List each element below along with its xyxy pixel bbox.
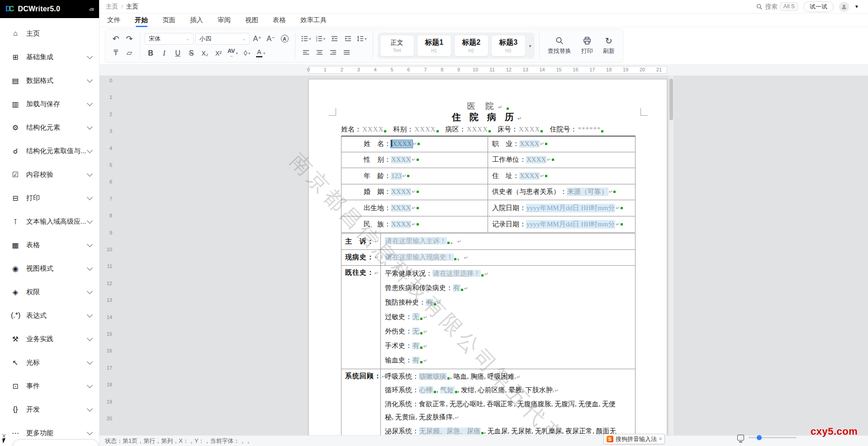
sidebar-item-7[interactable]: ☑内容校验 [0,163,99,186]
input-field[interactable]: 有 [412,342,420,349]
info-cell-left[interactable]: 民 族：XXXX↵ [342,216,488,233]
avatar[interactable] [839,2,849,12]
superscript-button[interactable]: X² [213,48,224,59]
field-value[interactable]: XXXX [467,126,488,133]
input-field[interactable]: XXXX [391,140,413,148]
info-cell-right[interactable]: 工作单位：XXXX↵ [488,152,635,168]
info-cell-left[interactable]: 婚 姻：XXXX↵ [342,184,488,200]
undo-button[interactable]: ↶ [110,33,122,44]
tab-6[interactable]: 视图 [245,14,259,27]
account-dropdown-icon[interactable]: ▼ [854,4,859,9]
style-card-4[interactable]: 标题3H3 [491,35,526,56]
info-cell-left[interactable]: 出生地：XXXX↵ [342,200,488,216]
input-field[interactable]: XXXX [519,140,540,148]
input-field[interactable]: 有 [426,299,433,306]
sidebar-item-15[interactable]: ↖光标 [0,351,99,374]
breadcrumb-parent[interactable]: 主页 [106,3,118,11]
tab-4[interactable]: 插入 [190,14,204,27]
justify-button[interactable] [341,47,352,58]
tab-3[interactable]: 页面 [162,14,176,27]
info-cell-left[interactable]: 姓 名：XXXX↵ [342,136,488,152]
zoom-slider-knob[interactable] [757,435,762,440]
field-value[interactable]: XXXX [362,126,384,133]
input-field[interactable]: yyyy年MM月dd日 HH时mm分 [526,204,615,212]
record-content-cell[interactable]: 请在这里输入主诉！。↵ [381,234,635,249]
input-field[interactable]: 无 [412,328,420,335]
search-action-button[interactable]: 查找替换 [548,36,571,55]
sidebar-item-12[interactable]: ◈权限 [0,280,99,304]
input-field[interactable]: 无 [412,313,420,320]
increase-indent-button[interactable] [342,33,354,44]
subscript-button[interactable]: X₂ [199,48,211,59]
input-field[interactable]: 有 [453,284,460,291]
input-field[interactable]: XXXX [519,172,540,180]
sidebar-item-6[interactable]: ☌结构化元素取值与... [0,139,99,163]
sidebar-item-17[interactable]: {}开发 [0,398,99,421]
input-field[interactable]: XXXX [526,156,546,164]
sidebar-item-13[interactable]: (.*)表达式 [0,304,99,327]
sidebar-item-10[interactable]: ▦表格 [0,233,99,257]
input-field[interactable]: XXXX [391,156,411,164]
bold-button[interactable]: B [145,48,157,59]
info-cell-right[interactable]: 入院日期：yyyy年MM月dd日 HH时mm分↵ [488,200,635,216]
try-button[interactable]: 试一试 [803,1,834,12]
decrease-font-button[interactable]: A⁻ [265,33,277,44]
sidebar-item-9[interactable]: ⊺文本输入域高级应... [0,210,99,233]
sidebar-collapse-icon[interactable]: ‹≡ [89,6,94,13]
placeholder-field[interactable]: 请在这里输入现病史！ [385,254,454,261]
case-button[interactable]: A [279,33,290,44]
input-field[interactable]: XXXX [391,188,411,196]
ime-indicator[interactable]: S 搜狗拼音输入法 ⌗ [603,434,665,444]
tab-2[interactable]: 开始 [134,14,148,27]
numbered-list-button[interactable]: 123 ▾ [314,33,327,44]
info-cell-right[interactable]: 住 址：XXXX↵ [488,168,635,184]
tab-7[interactable]: 表格 [272,14,286,27]
input-field[interactable]: 咳嗽咳痰 [419,373,447,380]
display-mode-icon[interactable] [737,435,744,441]
field-value[interactable]: XXXX [519,126,540,133]
sidebar-item-1[interactable]: ⌂主页 [0,22,99,45]
placeholder-field[interactable]: 请在这里选择！ [432,270,481,277]
info-cell-left[interactable]: 年 龄：123↵ [342,168,488,184]
tab-1[interactable]: 文件 [107,14,121,27]
info-cell-right[interactable]: 记录日期：yyyy年MM月dd日 HH时mm分↵ [488,216,635,233]
record-content-cell[interactable]: 呼吸系统：咳嗽咳痰, 咯血, 胸痛, 呼吸困难.↵循环系统：心悸, 气短, 发绀… [381,369,635,435]
sidebar-item-4[interactable]: ▥加载与保存 [0,92,99,116]
eraser-button[interactable]: ▱ [123,47,135,58]
field-value[interactable]: ****** [578,126,601,133]
zoom-slider[interactable] [749,437,797,438]
field-value[interactable]: XXXX [414,126,436,133]
input-field[interactable]: yyyy年MM月dd日 HH时mm分 [526,220,615,229]
scrollbar-thumb[interactable] [669,79,673,120]
refresh-action-button[interactable]: ↻刷新 [603,36,615,55]
line-spacing-button[interactable]: ▾ [356,33,368,44]
sidebar-item-16[interactable]: ⊡事件 [0,374,99,398]
sidebar-item-3[interactable]: ▤数据格式 [0,69,99,92]
style-card-1[interactable]: 正文Text [380,35,414,56]
ime-toolbox-icon[interactable]: ⌗ [659,436,662,442]
char-spacing-button[interactable]: AV ↔ ▾ [226,48,239,59]
italic-button[interactable]: I [158,48,170,59]
document-page[interactable]: 医 院↵ 住 院 病 历↵ 姓名：XXXX科别：XXXX病区：XXXX床号：XX… [308,79,667,435]
input-field[interactable]: XXXX [391,221,411,228]
record-content-cell[interactable]: 平素健康状况：请在这里选择！↵曾患疾病和传染病史：有↵预防接种史：有↵过敏史：无… [381,266,635,369]
tab-8[interactable]: 效率工具 [300,14,327,27]
input-field[interactable]: 有 [412,357,420,364]
tab-5[interactable]: 审阅 [217,14,231,27]
increase-font-button[interactable]: A⁺ [251,33,263,44]
input-field[interactable]: XXXX [391,204,411,212]
redo-button[interactable]: ↷ [123,33,135,44]
sidebar-item-8[interactable]: ⊟打印 [0,186,99,210]
input-field[interactable]: 气短 [440,386,455,394]
sidebar-item-11[interactable]: ◉视图模式 [0,257,99,280]
placeholder-field[interactable]: 请在这里输入主诉！ [385,237,447,244]
styles-gallery-expand-icon[interactable]: ▾ [529,43,531,48]
font-color-button[interactable]: A ▾ [255,48,267,59]
highlight-button[interactable]: ◊ ▾ [241,48,253,59]
info-cell-left[interactable]: 性 别：XXXX↵ [342,152,488,168]
align-left-button[interactable] [300,47,312,58]
style-card-3[interactable]: 标题2H2 [454,35,489,56]
underline-button[interactable]: U [172,48,184,59]
input-field[interactable]: 123 [391,172,402,180]
global-search[interactable]: 搜索 Alt S [756,2,798,11]
